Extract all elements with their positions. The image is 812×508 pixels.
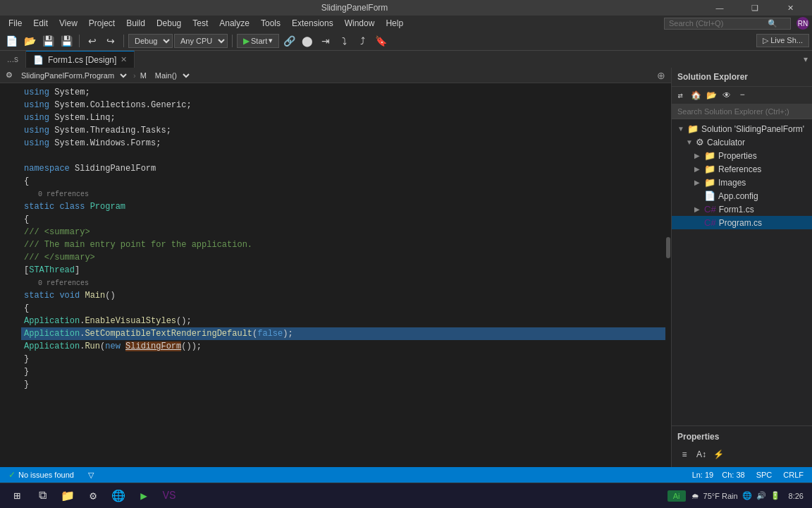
tab-overflow-button[interactable]: ▾ [799,51,812,68]
prop-events-button[interactable]: ⚡ [711,447,725,461]
menu-view[interactable]: View [54,17,83,30]
debug-config-dropdown[interactable]: Debug [128,34,173,48]
volume-icon[interactable]: 🔊 [756,491,766,500]
clock[interactable]: 8:26 [786,492,806,500]
namespace-select[interactable]: SlidingPanelForm.Program [16,69,129,82]
se-collapse-button[interactable]: − [735,88,749,102]
menu-build[interactable]: Build [121,17,151,30]
prop-category-button[interactable]: ≡ [677,447,691,461]
start-label: Start [251,37,267,45]
search-icon: 🔍 [768,19,777,28]
terminal-button[interactable]: ▶ [133,485,155,507]
code-line: /// </summary> [21,251,665,264]
live-share-button[interactable]: ▷ Live Sh... [756,34,809,47]
code-line: static void Main() [21,289,665,302]
vs-button[interactable]: VS [158,485,180,507]
step-out-button[interactable]: ⤴ [354,32,371,49]
se-item-programcs[interactable]: ▶ C# Program.cs [672,216,812,229]
settings-button[interactable]: ⚙ [82,485,104,507]
weather-text: 75°F Rain [703,492,738,500]
code-editor: ⚙ SlidingPanelForm.Program › M Main() ⊕ [0,68,671,467]
search-input[interactable] [669,19,768,28]
status-location[interactable]: Ln: 19 Ch: 38 [689,471,748,479]
se-item-properties[interactable]: ▶ 📁 Properties [672,149,812,162]
se-item-images[interactable]: ▶ 📁 Images [672,176,812,189]
no-arrow-programcs: ▶ [694,219,701,226]
menu-file[interactable]: File [3,17,27,30]
tabs-bar: ...s 📄 Form1.cs [Design] ✕ ▾ [0,51,812,68]
properties-label: Properties [718,151,757,161]
tab-close-button[interactable]: ✕ [121,55,127,64]
save-button[interactable]: 💾 [39,32,56,49]
user-avatar[interactable]: RN [796,17,809,30]
menu-extensions[interactable]: Extensions [286,17,339,30]
task-view-button[interactable]: ⧉ [31,485,54,507]
code-line: { [21,213,665,226]
se-item-form1[interactable]: ▶ C# Form1.cs [672,202,812,216]
se-view-button[interactable]: 👁 [720,88,734,102]
ai-button[interactable]: Ai [668,490,686,502]
step-into-button[interactable]: ⤵ [336,32,352,49]
redo-button[interactable]: ↪ [102,32,119,49]
bookmark-button[interactable]: 🔖 [372,32,389,49]
menu-debug[interactable]: Debug [151,17,187,30]
status-no-issues[interactable]: ✓ No issues found [6,470,77,480]
expand-arrow-references: ▶ [694,165,701,173]
menu-test[interactable]: Test [187,17,214,30]
vertical-scrollbar[interactable] [665,83,671,467]
explorer-button[interactable]: 📁 [56,485,79,507]
no-issues-text: No issues found [18,471,74,479]
prop-alpha-button[interactable]: A↕ [694,447,708,461]
expand-arrow-properties: ▶ [694,152,701,159]
programcs-label: Program.cs [719,218,762,228]
battery-icon[interactable]: 🔋 [770,491,780,500]
taskbar-right: Ai 🌧 75°F Rain 🌐 🔊 🔋 8:26 [668,490,806,502]
se-item-solution[interactable]: ▼ 📁 Solution 'SlidingPanelForm' [672,122,812,135]
status-filter[interactable]: ▽ [85,471,99,480]
se-item-references[interactable]: ▶ 📁 References [672,162,812,176]
tab-truncated[interactable]: ...s [0,51,26,68]
code-lines[interactable]: using System; using System.Collections.G… [21,83,665,467]
menu-help[interactable]: Help [380,17,409,30]
menu-edit[interactable]: Edit [27,17,54,30]
se-item-calculator[interactable]: ▼ ⚙ Calculator [672,135,812,149]
method-select[interactable]: Main() [149,69,192,82]
se-sync-button[interactable]: ⇄ [673,88,687,102]
tab-form1-design[interactable]: 📄 Form1.cs [Design] ✕ [26,51,135,68]
code-line: using System.Threading.Tasks; [21,124,665,137]
code-line: namespace SlidingPanelForm [21,162,665,175]
new-project-button[interactable]: 📄 [3,32,20,49]
network-icon[interactable]: 🌐 [742,491,752,500]
status-encoding[interactable]: SPC [753,471,775,479]
split-editor-button[interactable]: ⊕ [654,70,668,81]
attach-button[interactable]: 🔗 [281,32,297,49]
se-item-appconfig[interactable]: ▶ 📄 App.config [672,189,812,202]
close-button[interactable]: ✕ [774,0,806,16]
step-over-button[interactable]: ⇥ [317,32,334,49]
menu-project[interactable]: Project [83,17,121,30]
file-icon: 📄 [33,55,44,65]
nav-scope-dropdown[interactable]: ⚙ SlidingPanelForm.Program [3,69,132,82]
se-home-button[interactable]: 🏠 [689,88,703,102]
scrollbar-thumb[interactable] [666,237,670,258]
code-line: } [21,365,665,378]
se-filter-button[interactable]: 📂 [704,88,718,102]
code-content[interactable]: using System; using System.Collections.G… [0,83,671,467]
nav-method-dropdown[interactable]: M Main() [137,69,195,82]
save-all-button[interactable]: 💾 [58,32,75,49]
breakpoint-button[interactable]: ⬤ [299,32,316,49]
menu-tools[interactable]: Tools [255,17,286,30]
start-button[interactable]: ▶ Start ▾ [237,34,279,48]
undo-button[interactable]: ↩ [84,32,101,49]
start-menu-button[interactable]: ⊞ [6,485,28,507]
menu-analyze[interactable]: Analyze [214,17,255,30]
platform-dropdown[interactable]: Any CPU [174,34,228,48]
browser-button[interactable]: 🌐 [107,485,130,507]
menu-window[interactable]: Window [339,17,381,30]
solution-explorer-search[interactable] [672,104,812,119]
maximize-button[interactable]: ❑ [739,0,771,16]
status-line-ending[interactable]: CRLF [780,471,806,479]
open-button[interactable]: 📂 [21,32,38,49]
search-box[interactable]: 🔍 [664,18,791,30]
minimize-button[interactable]: — [703,0,736,16]
